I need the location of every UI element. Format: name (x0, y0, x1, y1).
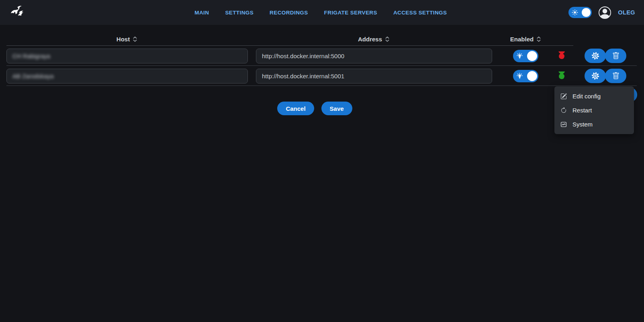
power-status-offline-icon (557, 51, 566, 60)
restart-icon (560, 107, 567, 114)
system-graph-icon (560, 121, 567, 128)
lightbulb-icon (516, 73, 523, 79)
host-input-row1[interactable]: CH Rabigraya (6, 49, 248, 63)
settings-gear-button-row1[interactable] (585, 49, 606, 63)
power-status-online-icon (557, 71, 566, 80)
navbar-right-controls: OLEG (568, 6, 635, 19)
enabled-header-label: Enabled (510, 36, 534, 43)
nav-link-recordings[interactable]: RECORDINGS (270, 10, 308, 16)
header-right-zone: Enabled (492, 36, 638, 43)
main-navigation: MAIN SETTINGS RECORDINGS FRIGATE SERVERS… (194, 0, 447, 25)
delete-trash-button-row1[interactable] (605, 49, 626, 63)
menu-item-label: System (572, 121, 593, 128)
menu-item-label: Edit config (572, 93, 601, 100)
chevron-expand-icon (536, 36, 542, 42)
gear-icon (591, 52, 599, 60)
user-avatar-icon[interactable] (599, 6, 611, 19)
gear-icon (591, 72, 599, 80)
chevron-expand-icon (132, 36, 138, 42)
lightbulb-icon (516, 53, 523, 59)
enabled-toggle-row1[interactable] (513, 50, 538, 62)
address-input-row1[interactable] (256, 49, 492, 63)
username-label[interactable]: OLEG (618, 9, 635, 16)
menu-item-restart[interactable]: Restart (554, 103, 634, 117)
nav-link-access-settings[interactable]: ACCESS SETTINGS (393, 10, 447, 16)
menu-item-label: Restart (572, 107, 592, 114)
row2-action-buttons (585, 69, 626, 83)
host-value-blurred: CH Rabigraya (12, 53, 50, 59)
settings-gear-button-row2[interactable] (585, 69, 606, 83)
host-header-label: Host (117, 36, 130, 43)
theme-toggle-knob (582, 8, 591, 17)
sun-icon (572, 9, 578, 16)
nav-link-frigate-servers[interactable]: FRIGATE SERVERS (324, 10, 377, 16)
menu-item-system[interactable]: System (554, 117, 634, 131)
nav-link-main[interactable]: MAIN (194, 10, 209, 16)
server-context-menu: Edit config Restart System (554, 86, 634, 134)
row1-action-buttons (585, 49, 626, 63)
top-navbar: MAIN SETTINGS RECORDINGS FRIGATE SERVERS… (0, 0, 644, 25)
theme-toggle[interactable] (568, 7, 592, 18)
host-value-blurred: AB Zarodskaya (12, 73, 54, 79)
column-header-enabled[interactable]: Enabled (513, 36, 539, 43)
server-row-1: CH Rabigraya (6, 46, 638, 66)
chevron-expand-icon (384, 36, 390, 42)
menu-item-edit-config[interactable]: Edit config (554, 89, 634, 103)
save-button[interactable]: Save (321, 102, 352, 115)
host-input-row2[interactable]: AB Zarodskaya (6, 69, 248, 84)
address-header-label: Address (358, 36, 382, 43)
nav-link-settings[interactable]: SETTINGS (225, 10, 254, 16)
pencil-square-icon (560, 93, 567, 100)
form-actions: Cancel Save (0, 102, 630, 115)
toggle-knob (527, 51, 537, 61)
trash-icon (612, 52, 619, 59)
address-input-row2[interactable] (256, 69, 492, 84)
toggle-knob (527, 71, 537, 81)
frigate-servers-page: Host Address Enabled (0, 25, 644, 115)
frigate-birds-logo[interactable] (9, 3, 27, 22)
trash-icon (612, 72, 619, 79)
column-header-address[interactable]: Address (256, 36, 492, 43)
enabled-toggle-row2[interactable] (513, 70, 538, 82)
cancel-button[interactable]: Cancel (277, 102, 314, 115)
frigate-logo-icon (9, 4, 27, 21)
column-header-host[interactable]: Host (6, 36, 248, 43)
server-row-2: AB Zarodskaya (6, 66, 638, 86)
servers-table-header: Host Address Enabled (6, 32, 638, 46)
delete-trash-button-row2[interactable] (605, 69, 626, 83)
